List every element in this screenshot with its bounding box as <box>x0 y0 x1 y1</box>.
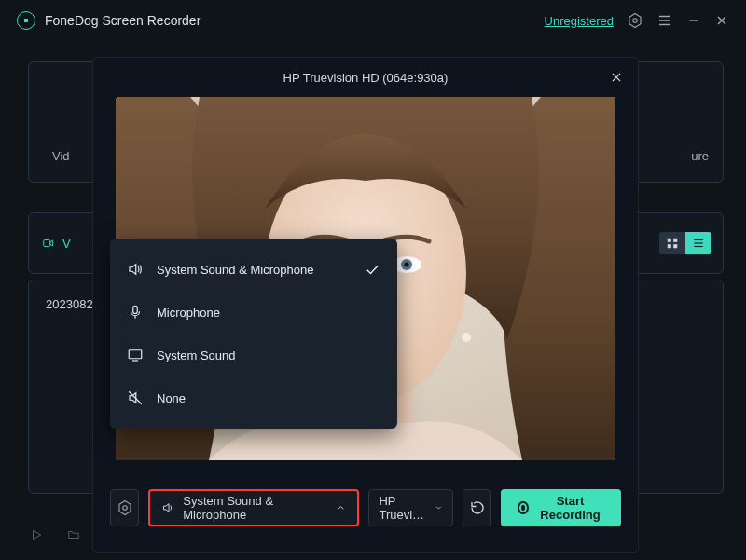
audio-option-label: System Sound <box>157 348 236 362</box>
audio-source-label: System Sound & Microphone <box>183 494 328 522</box>
rotate-icon <box>469 499 486 516</box>
microphone-icon <box>127 304 144 321</box>
video-icon <box>40 237 57 250</box>
chevron-down-icon <box>435 502 443 513</box>
audio-option-mic[interactable]: Microphone <box>110 291 397 334</box>
record-icon <box>518 501 528 514</box>
app-title: FoneDog Screen Recorder <box>45 13 200 28</box>
audio-option-system-and-mic[interactable]: System Sound & Microphone <box>110 248 397 291</box>
speaker-icon <box>161 500 175 515</box>
close-button[interactable] <box>714 13 729 28</box>
start-recording-label: Start Recording <box>536 494 604 522</box>
svg-marker-45 <box>119 501 131 515</box>
modal-title: HP Truevision HD (064e:930a) <box>283 71 449 85</box>
svg-rect-12 <box>673 244 677 248</box>
folder-icon[interactable] <box>65 526 82 543</box>
audio-source-menu: System Sound & Microphone Microphone Sys… <box>110 239 397 429</box>
titlebar: FoneDog Screen Recorder Unregistered <box>0 0 746 41</box>
registration-link[interactable]: Unregistered <box>545 14 614 28</box>
audio-option-none[interactable]: None <box>110 376 397 419</box>
svg-rect-10 <box>673 239 677 242</box>
audio-source-selector[interactable]: System Sound & Microphone <box>148 489 359 526</box>
reset-button[interactable] <box>463 489 491 526</box>
camera-selector[interactable]: HP Truevi… <box>368 489 453 526</box>
recorder-settings-button[interactable] <box>110 489 139 526</box>
mode-tab-capture-partial: ure <box>691 149 709 163</box>
audio-option-label: Microphone <box>157 306 220 320</box>
svg-point-46 <box>122 506 127 511</box>
svg-rect-11 <box>668 244 671 248</box>
play-icon[interactable] <box>28 526 45 543</box>
camera-label: HP Truevi… <box>379 494 427 522</box>
svg-point-1 <box>633 19 638 23</box>
svg-rect-9 <box>668 239 671 242</box>
svg-rect-42 <box>129 350 142 359</box>
start-recording-button[interactable]: Start Recording <box>501 489 621 526</box>
mode-tab-video-partial: Vid <box>52 149 70 163</box>
speaker-mute-icon <box>127 389 144 406</box>
svg-marker-16 <box>34 530 41 539</box>
svg-marker-0 <box>629 14 641 28</box>
svg-rect-40 <box>133 306 138 313</box>
menu-icon[interactable] <box>656 12 673 29</box>
modal-close-button[interactable] <box>608 69 625 86</box>
grid-view-button[interactable] <box>659 232 685 254</box>
recorder-toolbar: System Sound & Microphone HP Truevi… Sta… <box>93 489 638 526</box>
audio-option-label: System Sound & Microphone <box>157 263 313 277</box>
audio-option-label: None <box>157 391 186 405</box>
speaker-icon <box>127 261 144 278</box>
list-view-button[interactable] <box>685 232 711 254</box>
system-sound-icon <box>127 347 144 363</box>
minimize-button[interactable] <box>686 13 701 28</box>
svg-point-39 <box>462 333 471 342</box>
svg-point-37 <box>405 263 409 267</box>
chevron-up-icon <box>336 502 346 513</box>
svg-rect-8 <box>44 240 50 247</box>
audio-option-system[interactable]: System Sound <box>110 334 397 376</box>
filter-tab-video[interactable]: V <box>62 237 71 251</box>
check-icon <box>364 261 380 278</box>
app-logo-icon <box>17 11 35 30</box>
settings-icon[interactable] <box>627 12 643 29</box>
